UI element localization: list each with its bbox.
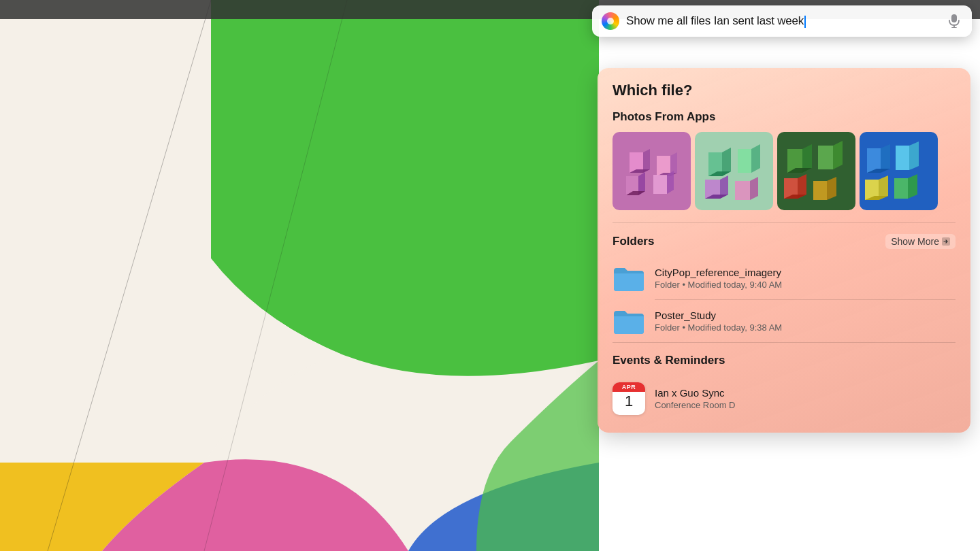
photo-thumb-1[interactable]	[612, 132, 691, 210]
cal-day: 1	[625, 392, 633, 412]
photo-thumb-3[interactable]	[777, 132, 855, 210]
divider-3	[612, 342, 956, 343]
results-title: Which file?	[598, 82, 970, 110]
folder-meta-2: Folder • Modified today, 9:38 AM	[655, 322, 956, 333]
svg-marker-34	[818, 146, 833, 169]
cal-month: APR	[612, 382, 645, 392]
events-section-header: Events & Reminders	[598, 354, 970, 375]
folders-section-title: Folders	[612, 235, 654, 248]
svg-marker-23	[738, 149, 751, 173]
search-bar-container: Show me all files Ian sent last week	[592, 5, 972, 37]
folders-section-header: Folders Show More	[598, 234, 970, 257]
svg-marker-9	[643, 149, 650, 173]
divider-1	[612, 222, 956, 223]
wallpaper	[0, 0, 599, 551]
svg-marker-45	[896, 146, 909, 170]
svg-marker-43	[881, 144, 890, 173]
svg-marker-17	[653, 175, 667, 194]
event-info-1: Ian x Guo Sync Conference Room D	[655, 387, 956, 410]
folder-meta-1: Folder • Modified today, 9:40 AM	[655, 280, 956, 290]
svg-marker-28	[735, 181, 750, 200]
folder-icon-2	[612, 307, 645, 335]
siri-icon	[602, 12, 619, 30]
svg-point-3	[607, 18, 614, 24]
svg-rect-4	[951, 14, 957, 22]
results-panel: Which file? Photos From Apps	[598, 68, 970, 433]
search-input[interactable]: Show me all files Ian sent last week	[626, 14, 939, 28]
photos-section-title: Photos From Apps	[612, 110, 715, 124]
svg-marker-39	[813, 181, 827, 200]
folder-item-1[interactable]: CityPop_reference_imagery Folder • Modif…	[598, 257, 970, 299]
svg-marker-51	[908, 174, 917, 199]
photos-section-header: Photos From Apps	[598, 110, 970, 132]
svg-marker-46	[909, 141, 919, 170]
event-location-1: Conference Room D	[655, 400, 956, 410]
folder-info-1: CityPop_reference_imagery Folder • Modif…	[655, 267, 956, 290]
search-bar[interactable]: Show me all files Ian sent last week	[592, 5, 972, 37]
photo-thumb-2[interactable]	[695, 132, 773, 210]
svg-rect-7	[612, 132, 691, 210]
svg-marker-29	[750, 177, 758, 200]
event-item-1[interactable]: APR 1 Ian x Guo Sync Conference Room D	[598, 375, 970, 422]
svg-marker-35	[833, 141, 843, 169]
show-more-button[interactable]: Show More	[885, 234, 956, 249]
folder-info-2: Poster_Study Folder • Modified today, 9:…	[655, 310, 956, 333]
folder-icon-1	[612, 264, 645, 293]
calendar-icon-1: APR 1	[612, 382, 645, 415]
photo-thumb-4[interactable]	[860, 132, 938, 210]
svg-marker-50	[894, 178, 908, 199]
svg-marker-18	[667, 171, 674, 194]
folder-item-2[interactable]: Poster_Study Folder • Modified today, 9:…	[598, 300, 970, 342]
folder-name-2: Poster_Study	[655, 310, 956, 321]
events-section-title: Events & Reminders	[612, 354, 725, 367]
photos-grid	[598, 132, 970, 222]
mic-icon[interactable]	[946, 13, 962, 29]
svg-marker-24	[751, 144, 760, 173]
folder-name-1: CityPop_reference_imagery	[655, 267, 956, 278]
event-name-1: Ian x Guo Sync	[655, 387, 956, 399]
